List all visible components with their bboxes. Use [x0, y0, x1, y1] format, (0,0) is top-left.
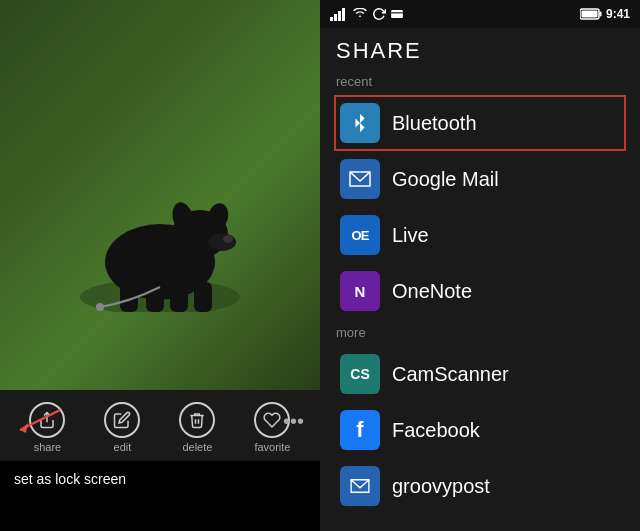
status-bar: 9:41 — [320, 0, 640, 28]
delete-icon — [179, 402, 215, 438]
camscanner-item[interactable]: CS CamScanner — [336, 346, 624, 402]
camscanner-label: CamScanner — [392, 363, 509, 386]
left-panel: share edit — [0, 0, 320, 531]
right-panel: 9:41 SHARE recent Bluetooth Google Mai — [320, 0, 640, 531]
googlemail-label: Google Mail — [392, 168, 499, 191]
facebook-icon: f — [340, 410, 380, 450]
groovypost-item[interactable]: groovypost — [336, 458, 624, 514]
live-icon: OE — [340, 215, 380, 255]
googlemail-item[interactable]: Google Mail — [336, 151, 624, 207]
edit-label: edit — [114, 441, 132, 453]
lock-screen-text: set as lock screen — [0, 463, 320, 495]
svg-rect-16 — [334, 14, 337, 21]
bluetooth-icon — [340, 103, 380, 143]
wifi-icon — [352, 8, 368, 20]
bluetooth-item[interactable]: Bluetooth — [334, 95, 626, 151]
signal-icon — [330, 7, 348, 21]
share-title: SHARE — [336, 38, 624, 64]
svg-rect-15 — [330, 17, 333, 21]
camscanner-icon: CS — [340, 354, 380, 394]
svg-rect-22 — [599, 12, 601, 17]
edit-icon — [104, 402, 140, 438]
groovypost-label: groovypost — [392, 475, 490, 498]
facebook-item[interactable]: f Facebook — [336, 402, 624, 458]
onenote-item[interactable]: N OneNote — [336, 263, 624, 319]
live-label: Live — [392, 224, 429, 247]
delete-label: delete — [182, 441, 212, 453]
svg-rect-9 — [170, 285, 188, 312]
arrow-annotation — [10, 405, 70, 449]
edit-button[interactable]: edit — [104, 402, 140, 453]
delete-button[interactable]: delete — [179, 402, 215, 453]
status-time: 9:41 — [606, 7, 630, 21]
svg-rect-17 — [338, 11, 341, 21]
svg-marker-13 — [20, 423, 28, 433]
more-button[interactable]: ••• — [275, 402, 312, 441]
live-item[interactable]: OE Live — [336, 207, 624, 263]
section-more-label: more — [336, 325, 624, 340]
share-panel: SHARE recent Bluetooth Google Mail — [320, 28, 640, 531]
svg-rect-21 — [581, 11, 597, 18]
favorite-label: favorite — [254, 441, 290, 453]
bluetooth-label: Bluetooth — [392, 112, 477, 135]
svg-point-5 — [208, 233, 236, 251]
onenote-label: OneNote — [392, 280, 472, 303]
googlemail-icon — [340, 159, 380, 199]
dog-image — [70, 152, 250, 312]
svg-point-6 — [223, 235, 233, 243]
section-recent-label: recent — [336, 74, 624, 89]
status-left — [330, 7, 404, 21]
photo-background — [0, 0, 320, 390]
svg-rect-18 — [342, 8, 345, 21]
onenote-icon: N — [340, 271, 380, 311]
svg-rect-19 — [391, 10, 403, 18]
svg-point-11 — [96, 303, 104, 311]
card-icon — [390, 7, 404, 21]
battery-icon — [580, 8, 602, 20]
facebook-label: Facebook — [392, 419, 480, 442]
svg-rect-10 — [194, 282, 212, 312]
groovypost-icon — [340, 466, 380, 506]
photo-area — [0, 0, 320, 390]
status-right: 9:41 — [580, 7, 630, 21]
sync-icon — [372, 7, 386, 21]
